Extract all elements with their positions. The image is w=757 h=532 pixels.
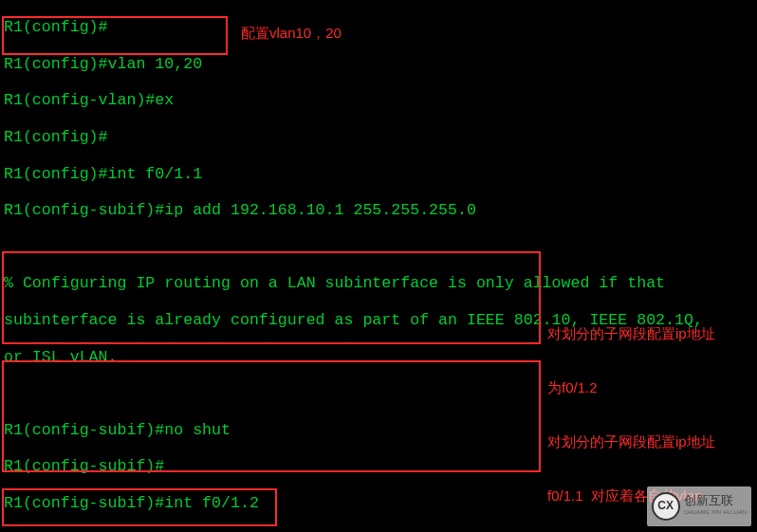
term-line: R1(config)# [4,128,757,146]
term-line: R1(config)# [4,18,757,36]
annotation-vlan: 配置vlan10，20 [241,24,342,42]
watermark: CX 创新互联 CHUANG XIN HU LIAN [647,486,751,526]
watermark-line2: CHUANG XIN HU LIAN [684,506,748,518]
term-line: R1(config-subif)#ip add 192.168.10.1 255… [4,201,757,219]
annotation-subif2-l1: 对划分的子网段配置ip地址 [547,324,715,342]
annotation-subif2-l2: 为f0/1.2 [547,378,715,396]
annotation-subif1-l1: 对划分的子网段配置ip地址 [547,432,715,450]
watermark-logo-icon: CX [652,492,680,521]
watermark-text: 创新互联 CHUANG XIN HU LIAN [684,495,748,518]
term-line: R1(config-vlan)#ex [4,91,757,109]
term-line: R1(config)#vlan 10,20 [4,55,757,73]
term-line [4,238,757,256]
term-line: R1(config)#int f0/1.1 [4,165,757,183]
watermark-line1: 创新互联 [684,495,748,506]
